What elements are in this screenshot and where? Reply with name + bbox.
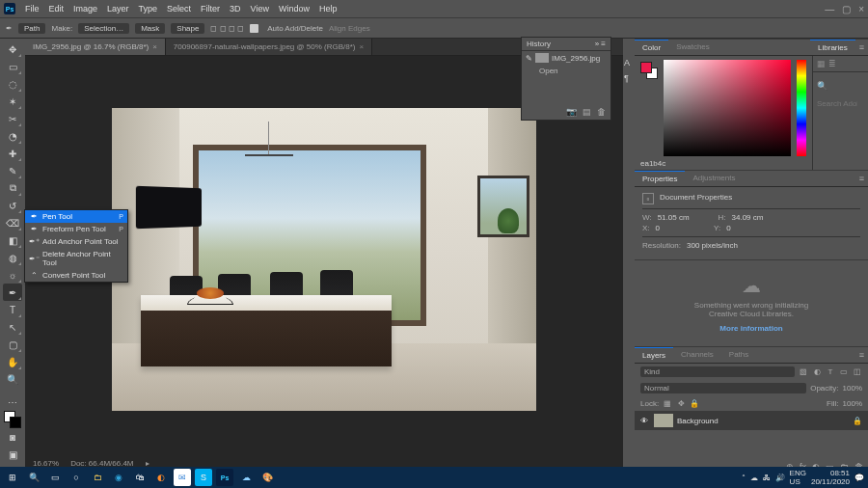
fg-bg-color-icon[interactable] xyxy=(640,62,658,79)
tray-volume-icon[interactable]: 🔊 xyxy=(775,474,785,482)
menu-filter[interactable]: Filter xyxy=(201,4,220,14)
lock-position-icon[interactable]: ✥ xyxy=(676,399,686,408)
menu-select[interactable]: Select xyxy=(167,4,191,14)
path-selection-tool[interactable]: ↖ xyxy=(3,318,22,336)
rectangular-marquee-tool[interactable]: ▭ xyxy=(3,58,22,75)
filter-pixel-icon[interactable]: ▧ xyxy=(799,367,808,376)
tool-mode-dropdown[interactable]: Path xyxy=(18,23,45,34)
firefox-icon[interactable]: ◐ xyxy=(152,469,170,486)
hue-slider[interactable] xyxy=(797,60,806,156)
menu-image[interactable]: Image xyxy=(73,4,97,14)
auto-add-delete-checkbox[interactable] xyxy=(250,24,258,33)
h-value[interactable]: 34.09 cm xyxy=(732,213,764,222)
lock-all-icon[interactable]: 🔒 xyxy=(690,399,699,408)
menu-help[interactable]: Help xyxy=(319,4,338,14)
panel-menu-icon[interactable]: ≡ xyxy=(855,171,868,186)
tray-network-icon[interactable]: 🖧 xyxy=(763,474,771,482)
layer-thumbnail[interactable] xyxy=(654,414,673,427)
tray-clock[interactable]: 08:5120/11/2020 xyxy=(811,469,850,486)
explorer-icon[interactable]: 🗀 xyxy=(89,469,106,486)
menu-file[interactable]: File xyxy=(25,4,40,14)
panel-menu-icon[interactable]: ≡ xyxy=(855,347,868,363)
layer-row-background[interactable]: 👁 Background 🔒 xyxy=(635,411,868,430)
tab-close-icon[interactable]: × xyxy=(152,42,157,51)
window-maximize-icon[interactable]: ▢ xyxy=(842,4,851,14)
window-close-icon[interactable]: × xyxy=(858,4,864,14)
channels-tab[interactable]: Channels xyxy=(673,347,721,363)
clone-stamp-tool[interactable]: ⧉ xyxy=(3,179,22,197)
eyedropper-tool[interactable]: ◔ xyxy=(3,127,22,145)
edge-icon[interactable]: ◉ xyxy=(110,469,127,486)
blend-mode-dropdown[interactable]: Normal xyxy=(640,383,806,393)
action-center-icon[interactable]: 💬 xyxy=(854,474,864,482)
color-field[interactable] xyxy=(664,60,791,156)
flyout-delete-anchor-tool[interactable]: ✒⁻Delete Anchor Point Tool xyxy=(25,248,127,269)
dodge-tool[interactable]: ☼ xyxy=(3,266,22,284)
panel-menu-icon[interactable]: ≡ xyxy=(855,40,868,55)
quick-selection-tool[interactable]: ✶ xyxy=(3,93,22,110)
tray-chevron-icon[interactable]: ˄ xyxy=(742,474,746,482)
more-information-link[interactable]: More information xyxy=(642,324,860,333)
foreground-background-swatch[interactable] xyxy=(4,411,21,428)
task-view-icon[interactable]: ▭ xyxy=(46,469,64,486)
edit-toolbar-icon[interactable]: ⋯ xyxy=(3,393,22,411)
tray-cloud-icon[interactable]: ☁ xyxy=(750,474,758,482)
menu-view[interactable]: View xyxy=(251,4,269,14)
fill-value[interactable]: 100% xyxy=(843,399,862,408)
color-tab[interactable]: Color xyxy=(635,40,668,55)
brush-tool[interactable]: ✎ xyxy=(3,162,22,179)
create-document-from-state-icon[interactable]: 📷 xyxy=(566,107,577,117)
flyout-freeform-pen-tool[interactable]: ✒Freeform Pen ToolP xyxy=(25,223,127,235)
visibility-eye-icon[interactable]: 👁 xyxy=(640,417,650,425)
gradient-tool[interactable]: ◧ xyxy=(3,231,22,249)
image-canvas[interactable] xyxy=(112,108,536,411)
character-panel-icon[interactable]: A xyxy=(624,58,634,68)
hand-tool[interactable]: ✋ xyxy=(3,353,22,370)
tray-language[interactable]: ENGUS xyxy=(790,469,806,486)
x-value[interactable]: 0 xyxy=(656,224,660,232)
filter-smart-icon[interactable]: ◫ xyxy=(853,367,862,376)
screen-mode-icon[interactable]: ▣ xyxy=(3,446,22,463)
app-icon-1[interactable]: ☁ xyxy=(237,469,255,486)
layer-lock-icon[interactable]: 🔒 xyxy=(853,417,862,425)
outlook-icon[interactable]: ✉ xyxy=(174,469,191,486)
flyout-add-anchor-tool[interactable]: ✒⁺Add Anchor Point Tool xyxy=(25,235,127,248)
paths-tab[interactable]: Paths xyxy=(721,347,756,363)
document-tab-inactive[interactable]: 700906897-natural-wallpapers.jpeg @ 50% … xyxy=(166,39,372,55)
hex-value[interactable]: ea1b4c xyxy=(640,159,665,168)
history-tab[interactable]: History xyxy=(527,40,551,48)
w-value[interactable]: 51.05 cm xyxy=(658,213,690,222)
crop-tool[interactable]: ✂ xyxy=(3,110,22,127)
swatches-tab[interactable]: Swatches xyxy=(668,40,718,55)
adjustments-tab[interactable]: Adjustments xyxy=(685,171,743,186)
menu-type[interactable]: Type xyxy=(139,4,158,14)
view-grid-icon[interactable]: ▦ xyxy=(817,59,826,68)
layer-name[interactable]: Background xyxy=(677,417,719,425)
lasso-tool[interactable]: ◌ xyxy=(3,75,22,93)
photoshop-taskbar-icon[interactable]: Ps xyxy=(216,469,233,486)
eraser-tool[interactable]: ⌫ xyxy=(3,214,22,231)
type-tool[interactable]: T xyxy=(3,301,22,318)
view-list-icon[interactable]: ≣ xyxy=(828,59,836,68)
filter-shape-icon[interactable]: ▭ xyxy=(839,367,849,376)
rectangle-tool[interactable]: ▢ xyxy=(3,336,22,353)
canvas-viewport[interactable] xyxy=(46,73,602,446)
delete-state-icon[interactable]: 🗑 xyxy=(597,107,606,117)
spot-healing-tool[interactable]: ✚ xyxy=(3,145,22,162)
store-icon[interactable]: 🛍 xyxy=(131,469,149,486)
lock-pixels-icon[interactable]: ▦ xyxy=(663,399,672,408)
filter-kind-dropdown[interactable]: Kind xyxy=(640,366,795,377)
tab-close-icon[interactable]: × xyxy=(360,42,365,51)
quick-mask-icon[interactable]: ◙ xyxy=(3,428,22,446)
flyout-convert-point-tool[interactable]: ⌃Convert Point Tool xyxy=(25,269,127,282)
start-button[interactable]: ⊞ xyxy=(4,469,21,486)
blur-tool[interactable]: ◍ xyxy=(3,249,22,266)
make-shape-button[interactable]: Shape xyxy=(171,23,204,34)
y-value[interactable]: 0 xyxy=(726,224,730,232)
layers-tab[interactable]: Layers xyxy=(635,347,673,363)
make-selection-button[interactable]: Selection… xyxy=(78,23,129,34)
zoom-tool[interactable]: 🔍 xyxy=(3,370,22,388)
menu-3d[interactable]: 3D xyxy=(230,4,241,14)
new-snapshot-icon[interactable]: ▤ xyxy=(583,107,591,117)
properties-tab[interactable]: Properties xyxy=(635,171,685,186)
